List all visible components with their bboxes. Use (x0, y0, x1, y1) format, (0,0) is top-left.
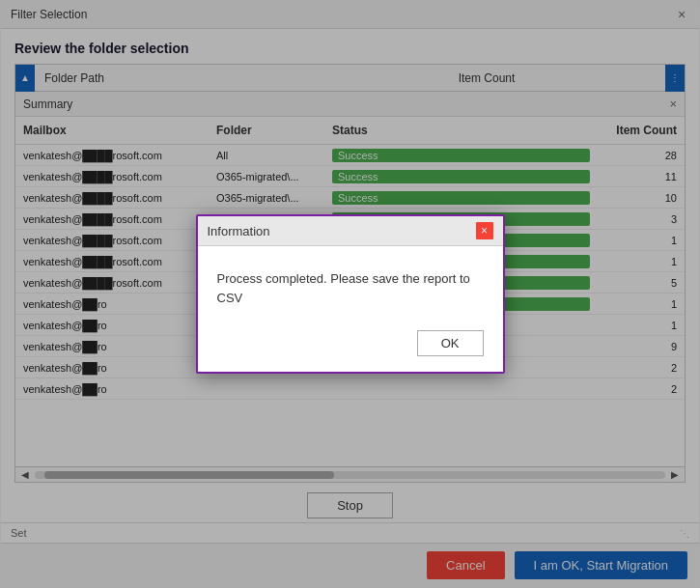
modal-overlay: Information × Process completed. Please … (1, 1, 699, 587)
info-dialog-footer: OK (198, 322, 503, 372)
info-dialog-message: Process completed. Please save the repor… (198, 246, 503, 322)
info-dialog-title: Information (208, 224, 270, 238)
info-dialog-titlebar: Information × (198, 216, 503, 246)
info-dialog: Information × Process completed. Please … (196, 214, 505, 374)
ok-button[interactable]: OK (417, 330, 484, 356)
info-dialog-close-button[interactable]: × (476, 222, 493, 239)
main-window: Filter Selection × Review the folder sel… (0, 0, 700, 588)
